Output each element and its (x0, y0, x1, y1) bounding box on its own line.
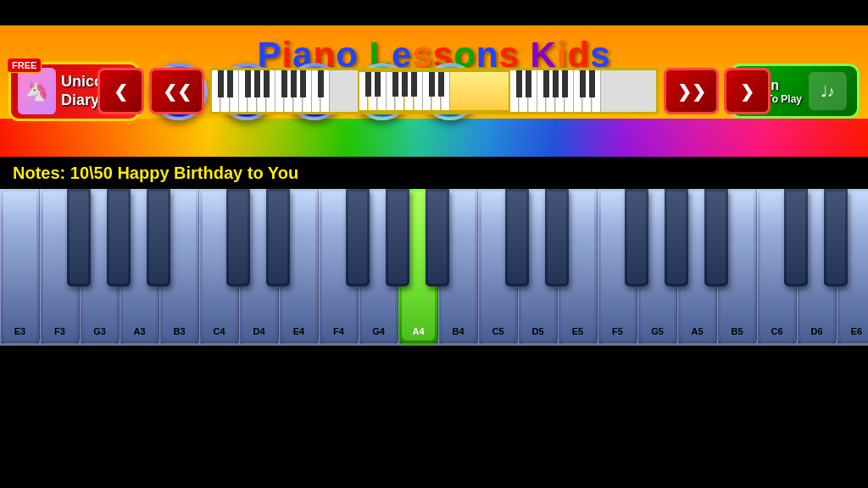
top-bar (0, 0, 868, 25)
notes-status: Notes: 10\50 Happy Birthday to You (13, 164, 298, 183)
mini-keyboard-display: .mk { display:inline-block; height:100%;… (209, 68, 659, 114)
bottom-bar (0, 346, 868, 358)
key-Fsharp4[interactable] (346, 189, 370, 286)
key-Dsharp4[interactable] (266, 189, 290, 286)
key-F5[interactable]: F5 (598, 189, 637, 346)
key-Fsharp3[interactable] (67, 189, 91, 286)
key-C5[interactable]: C5 (478, 189, 518, 346)
prev-far-icon: ❮❮ (163, 81, 192, 102)
key-Asharp4[interactable] (426, 189, 449, 286)
next-button[interactable]: ❯ (724, 68, 771, 114)
rainbow-decoration (0, 119, 868, 157)
prev-icon: ❮ (114, 81, 128, 102)
key-Asharp3[interactable] (147, 189, 170, 286)
key-Dsharp5[interactable] (545, 189, 569, 286)
next-far-icon: ❯❯ (677, 81, 706, 102)
key-C6[interactable]: C6 (757, 189, 797, 346)
key-Gsharp3[interactable] (107, 189, 131, 286)
key-Csharp5[interactable] (505, 189, 529, 286)
key-Csharp6[interactable] (784, 189, 808, 286)
key-F3[interactable]: F3 (40, 189, 80, 346)
key-Csharp4[interactable] (226, 189, 250, 286)
prev-button[interactable]: ❮ (97, 68, 144, 114)
key-E3[interactable]: E3 (0, 189, 40, 346)
key-Dsharp6[interactable] (824, 189, 848, 286)
key-F4[interactable]: F4 (319, 189, 359, 346)
notes-bar: Notes: 10\50 Happy Birthday to You (0, 157, 868, 189)
key-Gsharp5[interactable] (665, 189, 688, 286)
key-Fsharp5[interactable] (625, 189, 648, 286)
prev-far-button[interactable]: ❮❮ (149, 68, 204, 114)
key-Gsharp4[interactable] (386, 189, 409, 286)
key-Asharp5[interactable] (704, 189, 728, 286)
header: FREE 🦄 Unicorn Diary ⏸ ■ ⚙ 📂 Learn How T… (0, 25, 868, 157)
keyboard-nav: ❮ ❮❮ .mk { display:inline-block; height:… (0, 68, 868, 114)
next-icon: ❯ (740, 81, 754, 102)
key-C4[interactable]: C4 (199, 189, 239, 346)
next-far-button[interactable]: ❯❯ (664, 68, 719, 114)
piano-area: E3 F3 G3 A (0, 189, 868, 346)
